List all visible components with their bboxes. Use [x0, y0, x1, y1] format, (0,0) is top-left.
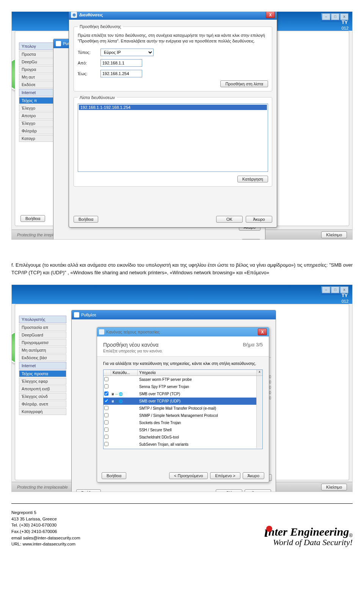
app-window: – □ X TY012 Υπολογιστής Προστασία απ Dee… [12, 285, 352, 492]
sidebar-item[interactable]: Αποτροπή εισβ [19, 385, 66, 392]
logo-tagline: World of Data Security! [264, 538, 353, 547]
sidebar-item[interactable]: Προγρα [19, 66, 57, 73]
rule-titlebar: Κανόνας τείχους προστασίας X [97, 327, 269, 336]
close-button[interactable]: Κλείσιμο [321, 484, 347, 490]
sidebar-item[interactable]: Έλεγχος σύνδ [19, 393, 66, 400]
status-text: Protecting the irreplaceable [17, 485, 68, 489]
rule-header: Προσθήκη νέου κανόνα Επιλέξτε υπηρεσίες … [97, 336, 269, 357]
sidebar-item[interactable]: Φιλτράρ. ανεπ [19, 401, 66, 407]
scrollbar[interactable] [256, 376, 262, 448]
sidebar-item[interactable]: Αποτρο [19, 112, 57, 119]
cancel-button[interactable]: Άκυρο [246, 216, 272, 223]
service-checkbox[interactable] [104, 377, 108, 381]
add-to-list-button[interactable]: Προσθήκη στη λίστα [220, 80, 268, 87]
help-button[interactable]: Βοήθεια [76, 489, 101, 492]
sidebar-item[interactable]: Εκδόσεις βάσ [19, 354, 66, 361]
sidebar-item[interactable]: Εκδόσε [19, 81, 57, 88]
cancel-button[interactable]: Άκυρο [245, 489, 271, 492]
document-footer: Negreponti 5 413 35 Larissa, Greece Tel.… [0, 504, 364, 559]
remove-button[interactable]: Κατάργηση [237, 176, 268, 182]
help-button[interactable]: Βοήθεια [20, 215, 45, 222]
sidebar-item[interactable]: DeepGuard [19, 332, 66, 338]
service-name: SMTP / Simple Mail Transfer Protocol (e-… [138, 406, 256, 410]
col-direction[interactable]: Κατεύθυ... [111, 370, 138, 376]
table-row[interactable]: SubSeven Trojan, all variants [104, 441, 256, 448]
table-row[interactable]: SNMP / Simple Network Management Protoco… [104, 412, 256, 419]
close-icon[interactable]: X [258, 329, 267, 335]
table-row[interactable]: 🖥↔🌐SMB over TCP/IP (TCP) [104, 390, 256, 398]
sidebar-item[interactable]: Έλεγχος εφαρ [19, 378, 66, 385]
sidebar-item[interactable]: Προγραμματισ [19, 339, 66, 346]
service-checkbox[interactable] [104, 428, 108, 432]
settings-icon [56, 41, 61, 46]
table-row[interactable]: Stacheldraht DDoS-tool [104, 434, 256, 441]
logo-dot-icon [266, 526, 272, 532]
minimize-button[interactable]: – [322, 13, 330, 20]
services-table: Κατεύθυ... Υπηρεσία ▲ Sasser worm FTP se… [103, 369, 263, 449]
table-header: Κατεύθυ... Υπηρεσία ▲ [104, 370, 262, 376]
addresses-titlebar: ⊕ Διευθύνσεις X [69, 12, 277, 20]
service-checkbox[interactable] [104, 442, 108, 446]
table-row[interactable]: SMTP / Simple Mail Transfer Protocol (e-… [104, 405, 256, 412]
close-icon[interactable]: X [266, 12, 275, 18]
prev-button[interactable]: < Προηγούμενο [169, 472, 208, 479]
sidebar-item[interactable]: Καταγραφή [19, 408, 66, 415]
sidebar-item[interactable]: DeepGu [19, 58, 57, 65]
table-row[interactable]: Sockets des Troie Trojan [104, 419, 256, 426]
sidebar-item[interactable]: Προστασία απ [19, 324, 66, 331]
service-checkbox[interactable] [104, 399, 108, 403]
help-button[interactable]: Βοήθεια [74, 216, 98, 223]
sidebar: Υπολογιστής Προστασία απ DeepGuard Προγρ… [19, 316, 66, 416]
address-listbox[interactable]: 192.168.1.1-192.168.1.254 [78, 104, 268, 172]
sidebar-item[interactable]: Φιλτράρ [19, 127, 57, 134]
sidebar-section-internet: Internet [19, 89, 57, 96]
globe-icon: ⊕ [71, 12, 77, 18]
sidebar-item-firewall[interactable]: Τείχος π [19, 97, 57, 104]
service-checkbox[interactable] [104, 420, 108, 424]
table-row[interactable]: Sasser worm FTP server probe [104, 376, 256, 383]
sidebar-section-internet: Internet [19, 362, 66, 369]
next-button[interactable]: Επόμενο > [210, 472, 240, 479]
logo-text: nter Engineering [268, 525, 349, 538]
list-item[interactable]: 192.168.1.1-192.168.1.254 [79, 105, 267, 110]
from-input[interactable] [100, 59, 142, 67]
service-checkbox[interactable] [104, 406, 108, 410]
direction-cell[interactable]: 🖥↔🌐 [111, 392, 138, 396]
minimize-button[interactable]: – [322, 286, 330, 293]
addresses-dialog: ⊕ Διευθύνσεις X Προσθήκη διεύθυνσης Πρώτ… [69, 12, 277, 228]
cancel-button[interactable]: Άκυρο [243, 472, 264, 479]
service-checkbox[interactable] [104, 384, 108, 388]
to-label: Έως: [78, 71, 100, 76]
direction-cell[interactable]: 🖥↔🌐 [111, 399, 138, 403]
service-checkbox[interactable] [104, 435, 108, 439]
help-button[interactable]: Βοήθεια [102, 472, 126, 479]
contact-info: Negreponti 5 413 35 Larissa, Greece Tel.… [11, 509, 80, 547]
service-checkbox[interactable] [104, 391, 108, 396]
service-checkbox[interactable] [104, 413, 108, 417]
ok-button[interactable]: OK [216, 489, 242, 492]
type-select[interactable]: Εύρος IP [100, 49, 154, 56]
table-row[interactable]: Senna Spy FTP server Trojan [104, 383, 256, 390]
scroll-up-icon[interactable]: ▲ [256, 370, 262, 376]
maximize-button[interactable]: □ [331, 286, 339, 293]
sidebar-item[interactable]: Προστα [19, 51, 57, 58]
to-input[interactable] [100, 70, 142, 77]
sidebar-item-firewall[interactable]: Τείχος προστα [19, 370, 66, 377]
rule-hint: Για να αλλάξετε την κατεύθυνση της υπηρε… [103, 361, 263, 366]
table-row[interactable]: SSH / Secure Shell [104, 426, 256, 434]
sidebar-item[interactable]: Καταγρ [19, 135, 57, 142]
sidebar-item[interactable]: Έλεγχο [19, 120, 57, 127]
add-address-fieldset: Προσθήκη διεύθυνσης Πρώτα επιλέξτε τον τ… [74, 24, 272, 91]
table-row[interactable]: 🖥↔🌐SMB over TCP/IP (UDP) [104, 398, 256, 405]
service-name: Stacheldraht DDoS-tool [138, 435, 256, 439]
close-button[interactable]: Κλείσιμο [321, 231, 347, 238]
service-name: SubSeven Trojan, all variants [138, 442, 256, 446]
maximize-button[interactable]: □ [331, 13, 339, 20]
sidebar-item[interactable]: Έλεγχο [19, 105, 57, 112]
brand-label: TY012 [342, 292, 348, 304]
col-service[interactable]: Υπηρεσία [138, 370, 256, 376]
sidebar-item[interactable]: Μη αυτ [19, 74, 57, 80]
ok-button[interactable]: OK [216, 216, 243, 223]
apply-button[interactable]: ηση [242, 239, 260, 239]
sidebar-item[interactable]: Μη αυτόματη [19, 347, 66, 354]
